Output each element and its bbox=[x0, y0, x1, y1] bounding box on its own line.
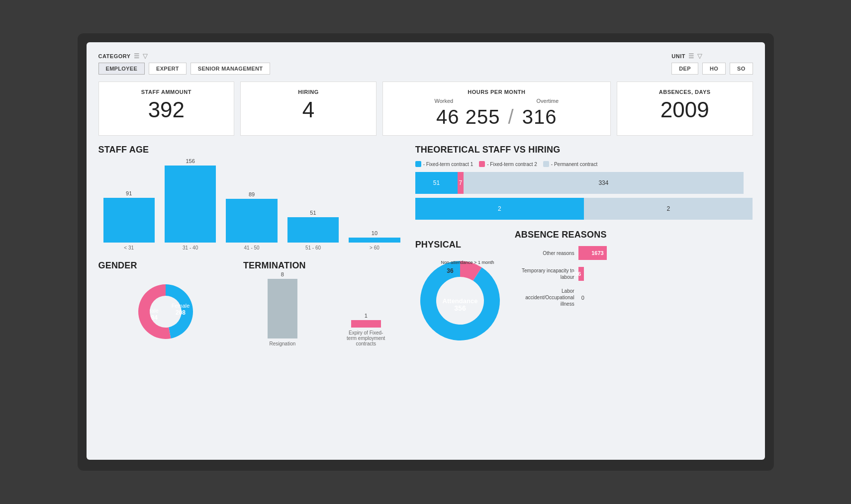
hours-separator: / bbox=[508, 106, 520, 128]
stacked-segment: 2 bbox=[584, 198, 753, 220]
age-bar-label: 41 - 50 bbox=[244, 245, 259, 251]
unit-filter-clear-icon[interactable]: ▽ bbox=[697, 52, 702, 60]
unit-filter-list-icon[interactable]: ☰ bbox=[688, 52, 694, 60]
stacked-segment: 334 bbox=[464, 172, 744, 194]
age-bar-group: 91< 31 bbox=[103, 190, 155, 251]
physical-title: PHYSICAL bbox=[415, 240, 505, 250]
age-bar-group: 15631 - 40 bbox=[165, 158, 216, 251]
physical-donut-svg: Attendance356Non-attendance > 1 month36 bbox=[415, 256, 505, 345]
svg-text:356: 356 bbox=[454, 304, 466, 312]
staff-amount-value: 392 bbox=[109, 98, 224, 122]
legend-label: - Fixed-term contract 2 bbox=[487, 162, 537, 167]
unit-so-btn[interactable]: SO bbox=[730, 63, 753, 75]
termination-bar bbox=[351, 320, 381, 328]
absence-reasons-section: ABSENCE REASONS Other reasons1673Tempora… bbox=[515, 230, 607, 345]
absence-bar: 336 bbox=[578, 267, 584, 281]
absences-title: ABSENCES, DAYS bbox=[627, 89, 743, 95]
physical-section: PHYSICAL Attendance356Non-attendance > 1… bbox=[415, 240, 505, 345]
staff-amount-title: STAFF AMMOUNT bbox=[109, 89, 224, 95]
unit-filter-group: UNIT ☰ ▽ DEP HO SO bbox=[671, 52, 753, 75]
legend-item: - Fixed-term contract 1 bbox=[415, 161, 473, 167]
theoretical-staff-title: THEORETICAL STAFF VS HIRING bbox=[415, 145, 753, 155]
termination-bar-value: 1 bbox=[365, 313, 368, 319]
absence-bar-wrap: 0 bbox=[578, 295, 607, 301]
absence-reasons-title: ABSENCE REASONS bbox=[515, 230, 607, 240]
category-buttons: EMPLOYEE EXPERT SENIOR MANAGEMENT bbox=[98, 63, 271, 75]
hiring-title: HIRING bbox=[251, 89, 366, 95]
filter-list-icon[interactable]: ☰ bbox=[134, 52, 140, 60]
header-row: CATEGORY ☰ ▽ EMPLOYEE EXPERT SENIOR MANA… bbox=[98, 52, 753, 75]
hours-values: 46 255 / 316 bbox=[393, 106, 600, 128]
absence-reason-label: Temporary incapacity to labour bbox=[515, 267, 574, 280]
hours-worked-value: 46 255 bbox=[436, 106, 500, 128]
unit-dep-btn[interactable]: DEP bbox=[671, 63, 698, 75]
absence-reason-label: Other reasons bbox=[515, 250, 574, 256]
legend-dot bbox=[543, 161, 549, 167]
content-row: STAFF AGE 91< 3115631 - 408941 - 505151 … bbox=[98, 145, 753, 346]
age-bar-value: 51 bbox=[310, 210, 316, 216]
absence-reason-label: Labor accident/Occupational illness bbox=[515, 288, 574, 307]
age-bar-value: 10 bbox=[372, 230, 378, 236]
svg-text:208: 208 bbox=[176, 309, 186, 316]
legend-dot bbox=[415, 161, 421, 167]
hours-title: HOURS PER MONTH bbox=[393, 89, 600, 95]
filter-clear-icon[interactable]: ▽ bbox=[143, 52, 148, 60]
dashboard-inner: CATEGORY ☰ ▽ EMPLOYEE EXPERT SENIOR MANA… bbox=[87, 42, 765, 460]
stacked-segment: 7 bbox=[458, 172, 464, 194]
age-bar bbox=[226, 199, 277, 243]
category-expert-btn[interactable]: EXPERT bbox=[149, 63, 187, 75]
termination-section: TERMINATION 8Resignation1Expiry of Fixed… bbox=[243, 260, 405, 346]
gender-section: GENDER Male184Female208 bbox=[98, 260, 233, 346]
legend-label: - Fixed-term contract 1 bbox=[423, 162, 473, 167]
termination-bar-label: Expiry of Fixed-term employment contract… bbox=[346, 330, 386, 346]
category-employee-btn[interactable]: EMPLOYEE bbox=[98, 63, 145, 75]
age-bar bbox=[165, 166, 216, 243]
legend-row: - Fixed-term contract 1- Fixed-term cont… bbox=[415, 161, 753, 167]
staff-age-chart: 91< 3115631 - 408941 - 505151 - 6010> 60 bbox=[98, 161, 405, 251]
absences-card: ABSENCES, DAYS 2009 bbox=[617, 82, 753, 136]
termination-bar-label: Resignation bbox=[269, 341, 295, 346]
right-panel: THEORETICAL STAFF VS HIRING - Fixed-term… bbox=[415, 145, 753, 346]
absence-bar-val-outside: 0 bbox=[581, 295, 584, 301]
unit-label: UNIT bbox=[671, 53, 685, 59]
bottom-right-row: PHYSICAL Attendance356Non-attendance > 1… bbox=[415, 230, 753, 345]
legend-dot bbox=[479, 161, 485, 167]
age-bar-value: 91 bbox=[126, 190, 132, 196]
stacked-bar-row: 517334 bbox=[415, 172, 753, 194]
termination-title: TERMINATION bbox=[243, 260, 405, 271]
svg-text:Non-attendance > 1 month: Non-attendance > 1 month bbox=[441, 260, 494, 265]
unit-buttons: DEP HO SO bbox=[671, 63, 753, 75]
stacked-bar-row: 22 bbox=[415, 198, 753, 220]
legend-label: - Permanent contract bbox=[551, 162, 597, 167]
termination-bar-value: 8 bbox=[281, 271, 284, 277]
age-bar-label: 31 - 40 bbox=[183, 245, 198, 251]
absence-bar-wrap: 336 bbox=[578, 267, 607, 281]
termination-chart: 8Resignation1Expiry of Fixed-term employ… bbox=[243, 277, 405, 346]
legend-item: - Permanent contract bbox=[543, 161, 597, 167]
age-bar-group: 5151 - 60 bbox=[287, 210, 339, 251]
age-bar bbox=[103, 198, 155, 243]
age-bar-value: 89 bbox=[249, 191, 255, 197]
absence-bar-row: Temporary incapacity to labour336 bbox=[515, 267, 607, 281]
termination-bar-group: 8Resignation bbox=[248, 271, 317, 346]
age-bar-label: 51 - 60 bbox=[305, 245, 321, 251]
category-filter-group: CATEGORY ☰ ▽ EMPLOYEE EXPERT SENIOR MANA… bbox=[98, 52, 271, 75]
staff-age-title: STAFF AGE bbox=[98, 145, 405, 155]
hours-overtime-value: 316 bbox=[522, 106, 557, 128]
hiring-card: HIRING 4 bbox=[240, 82, 377, 136]
age-bar bbox=[349, 238, 400, 243]
hours-worked-label: Worked bbox=[435, 98, 454, 104]
bottom-left-row: GENDER Male184Female208 TERMINATION 8Res… bbox=[98, 260, 405, 346]
absence-bar-row: Other reasons1673 bbox=[515, 246, 607, 260]
physical-donut-container: Attendance356Non-attendance > 1 month36 bbox=[415, 256, 505, 345]
absence-bar-wrap: 1673 bbox=[578, 246, 607, 260]
dashboard-outer: CATEGORY ☰ ▽ EMPLOYEE EXPERT SENIOR MANA… bbox=[78, 33, 774, 471]
absences-value: 2009 bbox=[627, 98, 743, 122]
svg-text:Female: Female bbox=[172, 303, 190, 309]
age-bar-group: 8941 - 50 bbox=[226, 191, 277, 251]
age-bar bbox=[287, 217, 339, 243]
age-bar-label: > 60 bbox=[370, 245, 379, 251]
category-senior-mgmt-btn[interactable]: SENIOR MANAGEMENT bbox=[190, 63, 270, 75]
unit-ho-btn[interactable]: HO bbox=[702, 63, 726, 75]
kpi-row: STAFF AMMOUNT 392 HIRING 4 HOURS PER MON… bbox=[98, 82, 753, 136]
